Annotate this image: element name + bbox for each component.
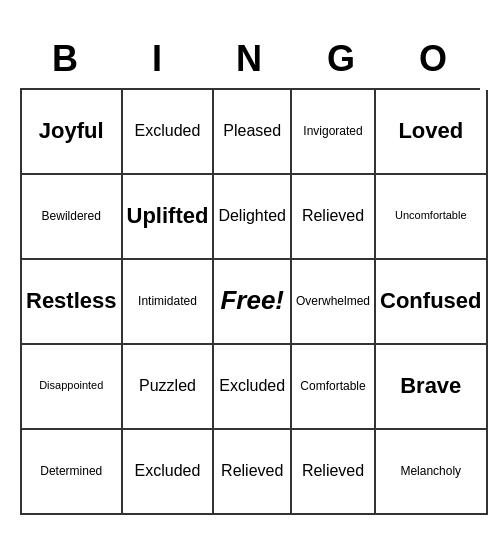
header-letter: G [296,30,388,88]
cell-text: Delighted [218,206,286,225]
cell-text: Intimidated [138,294,197,308]
bingo-cell: Relieved [214,430,292,515]
bingo-card: BINGO JoyfulExcludedPleasedInvigoratedLo… [20,30,480,515]
bingo-cell: Determined [22,430,123,515]
header-letter: O [388,30,480,88]
header-letter: N [204,30,296,88]
bingo-cell: Restless [22,260,123,345]
bingo-cell: Loved [376,90,487,175]
bingo-cell: Pleased [214,90,292,175]
bingo-cell: Overwhelmed [292,260,376,345]
cell-text: Confused [380,288,481,314]
bingo-cell: Joyful [22,90,123,175]
cell-text: Restless [26,288,117,314]
cell-text: Uplifted [127,203,209,229]
cell-text: Invigorated [303,124,362,138]
cell-text: Excluded [135,121,201,140]
bingo-cell: Disappointed [22,345,123,430]
cell-text: Relieved [302,206,364,225]
bingo-cell: Confused [376,260,487,345]
bingo-grid: JoyfulExcludedPleasedInvigoratedLovedBew… [20,88,480,515]
bingo-cell: Excluded [214,345,292,430]
cell-text: Overwhelmed [296,294,370,308]
header-letter: B [20,30,112,88]
cell-text: Relieved [221,461,283,480]
bingo-cell: Delighted [214,175,292,260]
bingo-cell: Excluded [123,90,215,175]
cell-text: Excluded [219,376,285,395]
cell-text: Uncomfortable [395,209,467,222]
header-letter: I [112,30,204,88]
cell-text: Brave [400,373,461,399]
bingo-cell: Excluded [123,430,215,515]
bingo-cell: Melancholy [376,430,487,515]
bingo-cell: Bewildered [22,175,123,260]
bingo-cell: Free! [214,260,292,345]
bingo-cell: Puzzled [123,345,215,430]
bingo-cell: Intimidated [123,260,215,345]
cell-text: Pleased [223,121,281,140]
bingo-cell: Comfortable [292,345,376,430]
cell-text: Loved [398,118,463,144]
bingo-cell: Brave [376,345,487,430]
cell-text: Comfortable [300,379,365,393]
cell-text: Puzzled [139,376,196,395]
cell-text: Excluded [135,461,201,480]
cell-text: Free! [220,285,284,316]
bingo-cell: Uplifted [123,175,215,260]
bingo-cell: Relieved [292,175,376,260]
cell-text: Melancholy [400,464,461,478]
bingo-cell: Invigorated [292,90,376,175]
cell-text: Bewildered [42,209,101,223]
cell-text: Relieved [302,461,364,480]
bingo-cell: Relieved [292,430,376,515]
cell-text: Joyful [39,118,104,144]
cell-text: Determined [40,464,102,478]
bingo-cell: Uncomfortable [376,175,487,260]
bingo-header: BINGO [20,30,480,88]
cell-text: Disappointed [39,379,103,392]
